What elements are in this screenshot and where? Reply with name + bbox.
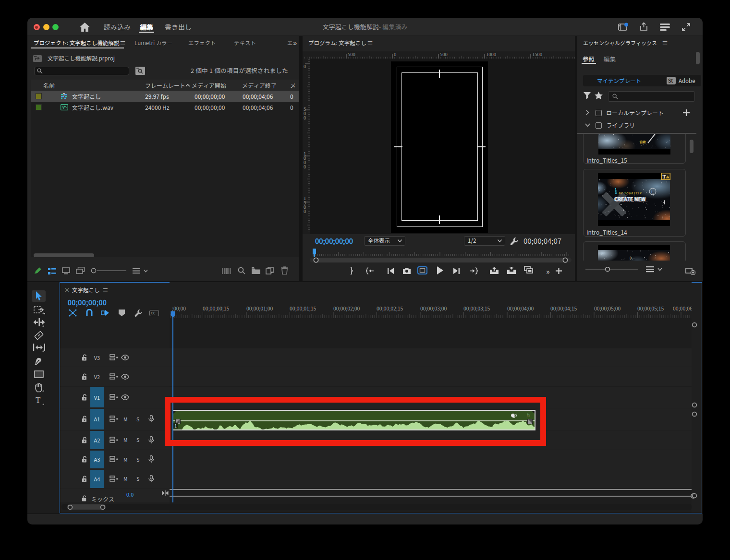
svg-text:T: T (663, 174, 666, 179)
